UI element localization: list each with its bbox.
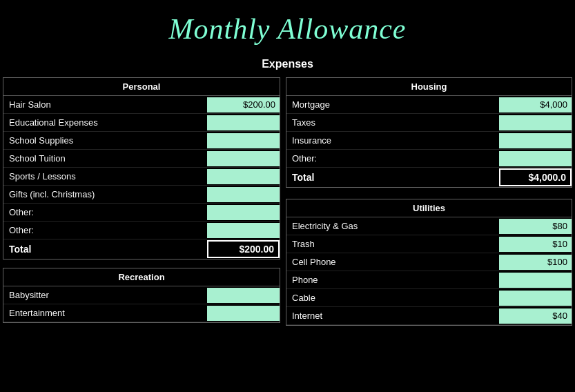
utilities-row-label-4: Cable	[286, 291, 499, 305]
table-row: Cable	[286, 289, 572, 307]
personal-row-value-7[interactable]	[207, 223, 280, 238]
utilities-panel: Utilities Electricity & Gas $80 Trash $1…	[286, 199, 572, 326]
housing-panel: Housing Mortgage $4,000 Taxes Insurance …	[286, 77, 572, 188]
personal-row-label-5: Gifts (incl. Christmas)	[3, 187, 207, 202]
utilities-header: Utilities	[286, 199, 572, 217]
personal-row-label-3: School Tuition	[3, 151, 207, 166]
personal-row-value-3[interactable]	[207, 151, 280, 166]
housing-row-value-2[interactable]	[499, 133, 572, 148]
expenses-header: Expenses	[0, 52, 575, 75]
table-row: Other:	[286, 150, 572, 168]
housing-row-label-3: Other:	[286, 151, 499, 166]
recreation-header: Recreation	[3, 268, 280, 286]
personal-row-value-5[interactable]	[207, 187, 280, 202]
housing-header: Housing	[286, 78, 572, 96]
personal-row-label-6: Other:	[3, 205, 207, 219]
table-row: Other:	[3, 222, 280, 239]
title-area: Monthly Allowance	[0, 0, 575, 52]
housing-row-label-2: Insurance	[286, 133, 499, 148]
recreation-row-label-1: Entertainment	[3, 306, 207, 320]
table-row: Insurance	[286, 132, 572, 150]
personal-row-label-7: Other:	[3, 223, 207, 237]
utilities-row-label-3: Phone	[286, 273, 499, 287]
utilities-row-label-5: Internet	[286, 308, 499, 323]
recreation-row-label-0: Babysitter	[3, 288, 207, 302]
main-title: Monthly Allowance	[169, 13, 407, 45]
personal-row-value-0[interactable]: $200.00	[207, 97, 280, 112]
table-row: Mortgage $4,000	[286, 96, 572, 114]
utilities-row-value-2[interactable]: $100	[499, 255, 572, 270]
personal-row-value-1[interactable]	[207, 115, 280, 130]
main-content: Personal Hair Salon $200.00 Educational …	[0, 75, 575, 329]
housing-row-value-3[interactable]	[499, 151, 572, 166]
table-row: Gifts (incl. Christmas)	[3, 186, 280, 204]
table-row: Taxes	[286, 114, 572, 132]
table-row: Phone	[286, 271, 572, 289]
col-right: Housing Mortgage $4,000 Taxes Insurance …	[283, 75, 575, 329]
personal-panel: Personal Hair Salon $200.00 Educational …	[3, 77, 280, 259]
table-row: Cell Phone $100	[286, 253, 572, 271]
utilities-row-value-0[interactable]: $80	[499, 219, 572, 234]
personal-row-value-4[interactable]	[207, 169, 280, 184]
table-row: School Supplies	[3, 132, 280, 150]
table-row: Electricity & Gas $80	[286, 217, 572, 235]
housing-row-value-0[interactable]: $4,000	[499, 97, 572, 112]
housing-total-label: Total	[286, 169, 499, 186]
personal-total-label: Total	[3, 241, 207, 257]
housing-total-value[interactable]: $4,000.0	[499, 168, 572, 186]
utilities-row-label-1: Trash	[286, 237, 499, 251]
recreation-row-value-0[interactable]	[207, 288, 280, 303]
utilities-row-value-3[interactable]	[499, 273, 572, 288]
utilities-row-label-2: Cell Phone	[286, 255, 499, 269]
table-row: Hair Salon $200.00	[3, 96, 280, 114]
table-row: Internet $40	[286, 307, 572, 325]
personal-row-label-1: Educational Expenses	[3, 115, 207, 130]
personal-row-value-6[interactable]	[207, 205, 280, 220]
personal-header: Personal	[3, 78, 280, 96]
spacer	[283, 190, 575, 196]
recreation-panel: Recreation Babysitter Entertainment	[3, 268, 280, 323]
table-row: Trash $10	[286, 235, 572, 253]
table-row: Entertainment	[3, 304, 280, 322]
col-left: Personal Hair Salon $200.00 Educational …	[0, 75, 283, 329]
table-row: Educational Expenses	[3, 114, 280, 132]
housing-row-value-1[interactable]	[499, 115, 572, 130]
housing-row-label-0: Mortgage	[286, 97, 499, 112]
utilities-row-value-5[interactable]: $40	[499, 308, 572, 324]
table-row: Sports / Lessons	[3, 168, 280, 186]
utilities-row-value-1[interactable]: $10	[499, 237, 572, 252]
table-row: School Tuition	[3, 150, 280, 168]
utilities-row-value-4[interactable]	[499, 291, 572, 306]
personal-row-label-4: Sports / Lessons	[3, 169, 207, 184]
housing-row-label-1: Taxes	[286, 115, 499, 130]
table-row: Other:	[3, 204, 280, 222]
personal-row-label-2: School Supplies	[3, 133, 207, 148]
personal-total-value[interactable]: $200.00	[207, 240, 280, 258]
utilities-row-label-0: Electricity & Gas	[286, 219, 499, 233]
personal-total-row: Total $200.00	[3, 239, 280, 259]
recreation-row-value-1[interactable]	[207, 306, 280, 321]
table-row: Babysitter	[3, 286, 280, 304]
personal-row-label-0: Hair Salon	[3, 97, 207, 112]
housing-total-row: Total $4,000.0	[286, 168, 572, 187]
personal-row-value-2[interactable]	[207, 133, 280, 148]
